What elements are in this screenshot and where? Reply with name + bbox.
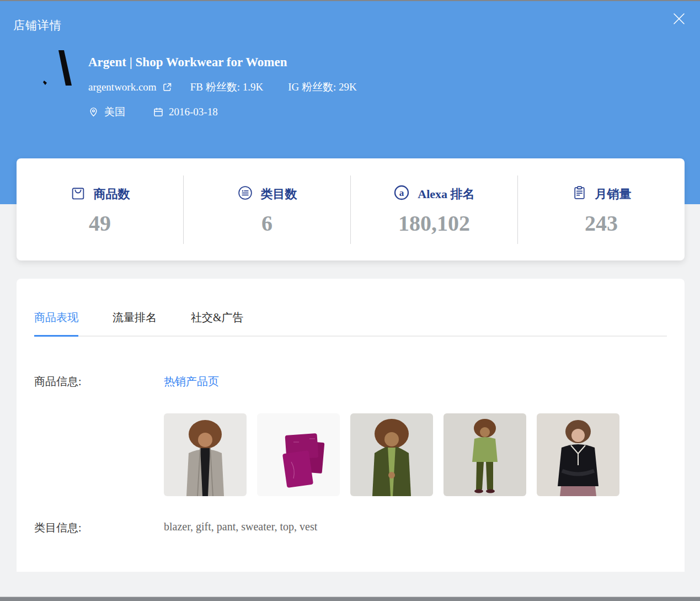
stat-value: 243 [518, 212, 685, 235]
shop-name: Argent | Shop Workwear for Women [88, 55, 357, 70]
product-image-5[interactable] [537, 413, 619, 496]
category-info-label: 类目信息: [34, 520, 164, 535]
shop-domain-link[interactable]: argentwork.com [88, 81, 173, 93]
shop-founded-date: 2016-03-18 [169, 106, 218, 118]
stat-value: 6 [184, 212, 350, 235]
ig-fans: IG 粉丝数: 29K [288, 80, 357, 94]
shopping-bag-icon [70, 185, 86, 204]
stat-value: 180,102 [351, 212, 517, 235]
tab-social-ads[interactable]: 社交&广告 [191, 310, 244, 336]
shop-country: 美国 [104, 105, 125, 119]
tab-bar: 商品表现 流量排名 社交&广告 [34, 310, 667, 337]
shop-logo [39, 47, 80, 89]
product-image-3[interactable] [350, 413, 433, 496]
detail-panel: 商品表现 流量排名 社交&广告 商品信息: 热销产品页 [17, 279, 685, 572]
shop-domain: argentwork.com [88, 81, 157, 93]
alexa-icon: a [393, 184, 410, 204]
tab-traffic-rank[interactable]: 流量排名 [113, 310, 157, 336]
stat-label: 类目数 [261, 186, 297, 203]
location-pin-icon [88, 107, 99, 118]
svg-text:a: a [399, 188, 404, 198]
external-link-icon [162, 82, 173, 93]
product-image-list [164, 413, 667, 496]
shop-info: Argent | Shop Workwear for Women argentw… [88, 47, 357, 119]
stat-alexa-rank: a Alexa 排名 180,102 [351, 184, 517, 235]
stats-card: 商品数 49 类目数 6 a Alexa [17, 158, 685, 260]
fb-fans: FB 粉丝数: 1.9K [190, 80, 264, 94]
category-info-section: 类目信息: blazer, gift, pant, sweater, top, … [34, 520, 667, 535]
shop-header: Argent | Shop Workwear for Women argentw… [39, 47, 357, 119]
clipboard-icon [571, 185, 587, 204]
product-image-2[interactable] [257, 413, 340, 496]
category-list-icon [237, 185, 253, 204]
stat-categories: 类目数 6 [184, 185, 350, 235]
shop-meta-row-1: argentwork.com FB 粉丝数: 1.9K IG 粉丝数: 29K [88, 80, 357, 94]
stat-monthly-sales: 月销量 243 [518, 185, 685, 235]
window-bottom-edge [0, 597, 700, 601]
modal-title: 店铺详情 [13, 18, 62, 33]
close-button[interactable] [672, 12, 686, 25]
product-info-label: 商品信息: [34, 374, 164, 496]
stat-label: 月销量 [595, 186, 632, 203]
close-icon [672, 18, 686, 27]
stat-label: Alexa 排名 [418, 186, 474, 203]
stat-value: 49 [17, 212, 183, 235]
category-values: blazer, gift, pant, sweater, top, vest [164, 520, 667, 535]
stat-products: 商品数 49 [17, 185, 183, 235]
hot-products-link[interactable]: 热销产品页 [164, 374, 219, 389]
tab-product-performance[interactable]: 商品表现 [34, 310, 78, 336]
product-image-1[interactable] [164, 413, 247, 496]
calendar-icon [153, 107, 164, 118]
stat-label: 商品数 [94, 186, 130, 203]
product-image-4[interactable] [443, 413, 526, 496]
product-info-section: 商品信息: 热销产品页 [34, 374, 667, 496]
shop-meta-row-2: 美国 2016-03-18 [88, 105, 357, 119]
